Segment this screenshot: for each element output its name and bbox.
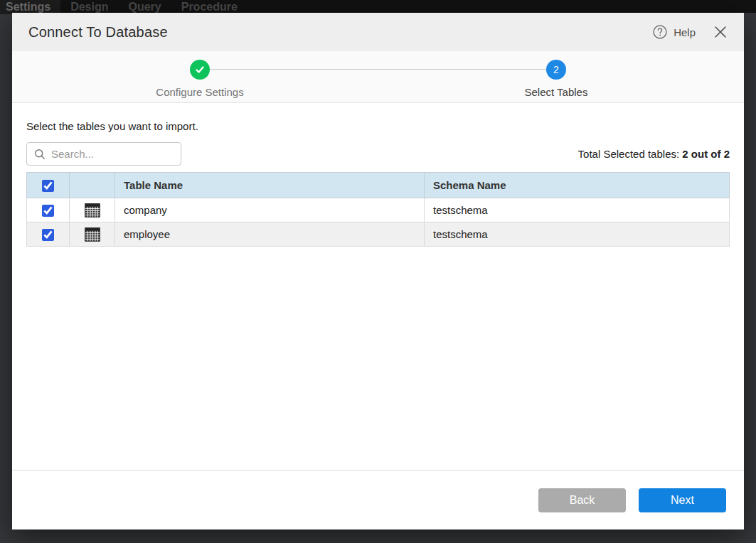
table-row[interactable]: employee testschema <box>27 222 730 247</box>
step-label: Select Tables <box>464 86 649 98</box>
help-icon <box>653 25 667 39</box>
step-select-tables[interactable]: 2 Select Tables <box>464 60 649 98</box>
total-selected-value: 2 out of 2 <box>682 148 730 160</box>
header-schema-name: Schema Name <box>425 173 730 198</box>
total-selected-text: Total Selected tables: 2 out of 2 <box>578 148 730 160</box>
header-table-name: Table Name <box>115 173 425 198</box>
menu-item-settings[interactable]: Settings <box>0 0 60 14</box>
table-name-cell: employee <box>115 222 425 247</box>
close-icon <box>714 26 727 38</box>
dialog-title: Connect To Database <box>28 24 168 41</box>
close-button[interactable] <box>714 26 727 38</box>
step-configure-settings[interactable]: Configure Settings <box>107 60 292 98</box>
table-name-cell: company <box>115 198 425 222</box>
dialog-footer: Back Next <box>12 470 744 529</box>
tables-list: Table Name Schema Name <box>26 172 730 247</box>
table-grid-icon <box>78 227 106 242</box>
search-icon <box>34 149 46 160</box>
wizard-stepper: Configure Settings 2 Select Tables <box>12 51 744 103</box>
search-box <box>26 142 181 166</box>
app-menubar: Settings Design Query Procedure <box>0 0 756 13</box>
menu-item-query[interactable]: Query <box>118 0 171 14</box>
dialog-body: Select the tables you want to import. To… <box>12 103 744 470</box>
select-all-checkbox[interactable] <box>42 180 54 192</box>
step-number-badge: 2 <box>546 60 566 80</box>
table-row[interactable]: company testschema <box>27 198 730 222</box>
row-checkbox[interactable] <box>42 205 54 217</box>
menu-item-design[interactable]: Design <box>60 0 118 14</box>
header-icon-cell <box>70 173 115 198</box>
back-button[interactable]: Back <box>538 488 626 512</box>
next-button[interactable]: Next <box>639 488 726 512</box>
connect-to-database-dialog: Connect To Database Help <box>12 13 744 529</box>
table-header-row: Table Name Schema Name <box>27 173 730 198</box>
help-label: Help <box>674 26 696 38</box>
row-checkbox[interactable] <box>42 229 54 241</box>
search-input[interactable] <box>51 148 174 160</box>
header-checkbox-cell <box>27 173 70 198</box>
dialog-header: Connect To Database Help <box>12 13 744 51</box>
help-button[interactable]: Help <box>653 25 696 39</box>
step-complete-check-icon <box>190 60 210 80</box>
step-label: Configure Settings <box>107 86 292 98</box>
menu-item-procedure[interactable]: Procedure <box>171 0 247 14</box>
instruction-text: Select the tables you want to import. <box>26 120 730 132</box>
schema-name-cell: testschema <box>425 222 730 247</box>
schema-name-cell: testschema <box>425 198 730 222</box>
table-grid-icon <box>78 203 106 217</box>
